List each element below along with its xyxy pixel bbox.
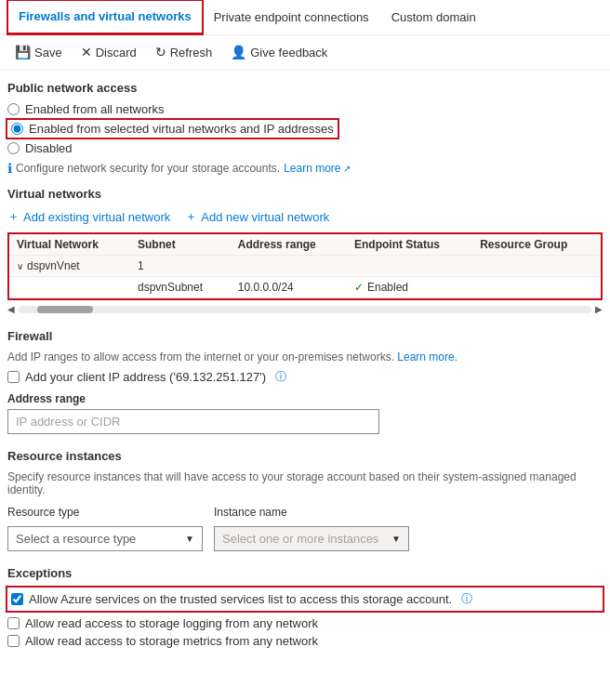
horizontal-scrollbar[interactable]: ◀ ▶: [7, 304, 603, 314]
tab-custom-domain[interactable]: Custom domain: [380, 1, 487, 33]
resource-type-label: Resource type: [7, 506, 203, 519]
toolbar: 💾 Save ✕ Discard ↻ Refresh 👤 Give feedba…: [0, 35, 610, 70]
info-circle-icon: ⓘ: [275, 369, 286, 385]
table-row[interactable]: dspvnSubnet 10.0.0.0/24 ✓ Enabled: [9, 277, 601, 298]
exception-metrics-checkbox[interactable]: Allow read access to storage metrics fro…: [7, 634, 603, 648]
refresh-icon: ↻: [155, 45, 166, 59]
exception-trusted-checkbox[interactable]: Allow Azure services on the trusted serv…: [7, 588, 603, 611]
network-info-row: ℹ Configure network security for your st…: [7, 161, 603, 176]
col-status: Endpoint Status: [347, 234, 472, 256]
feedback-button[interactable]: 👤 Give feedback: [223, 41, 335, 63]
col-vnet: Virtual Network: [9, 234, 130, 256]
resource-type-select[interactable]: Select a resource type ▼: [7, 526, 203, 551]
chevron-icon: ∨: [17, 261, 23, 271]
resource-instances-section: Resource instances Specify resource inst…: [7, 449, 603, 551]
tab-private-endpoint[interactable]: Private endpoint connections: [203, 1, 380, 33]
firewall-desc: Add IP ranges to allow access from the i…: [7, 350, 603, 363]
public-network-title: Public network access: [7, 81, 603, 95]
checkmark-icon: ✓: [354, 281, 364, 294]
address-range-input[interactable]: [7, 409, 379, 434]
firewall-title: Firewall: [7, 329, 603, 343]
add-new-vnet-button[interactable]: ＋ Add new virtual network: [185, 208, 329, 225]
col-address: Address range: [231, 234, 347, 256]
tab-bar: Firewalls and virtual networks Private e…: [0, 0, 610, 35]
vnet-table: Virtual Network Subnet Address range End…: [9, 234, 601, 298]
client-ip-checkbox[interactable]: Add your client IP address ('69.132.251.…: [7, 369, 603, 385]
address-range-label: Address range: [7, 392, 603, 405]
info-icon: ℹ: [7, 161, 12, 176]
firewall-learn-more-link[interactable]: Learn more.: [397, 350, 458, 363]
col-subnet: Subnet: [130, 234, 231, 256]
radio-disabled[interactable]: Disabled: [7, 141, 603, 155]
external-link-icon: ↗: [343, 164, 351, 174]
exception-logging-checkbox[interactable]: Allow read access to storage logging fro…: [7, 616, 603, 630]
info-circle-trusted-icon: ⓘ: [461, 591, 472, 607]
exceptions-section: Exceptions Allow Azure services on the t…: [7, 566, 603, 648]
col-rg: Resource Group: [472, 234, 601, 256]
resource-instances-title: Resource instances: [7, 449, 603, 463]
instance-name-label: Instance name: [214, 506, 409, 519]
address-range-field: Address range: [7, 392, 603, 434]
add-existing-vnet-button[interactable]: ＋ Add existing virtual network: [7, 208, 170, 225]
public-network-section: Public network access Enabled from all n…: [7, 81, 603, 176]
radio-selected-networks[interactable]: Enabled from selected virtual networks a…: [7, 120, 338, 138]
learn-more-link[interactable]: Learn more ↗: [284, 162, 350, 175]
discard-button[interactable]: ✕ Discard: [73, 41, 144, 63]
virtual-networks-title: Virtual networks: [7, 187, 603, 201]
chevron-down-icon-instance: ▼: [391, 534, 401, 544]
save-icon: 💾: [15, 45, 31, 59]
discard-icon: ✕: [81, 45, 92, 59]
feedback-icon: 👤: [231, 45, 246, 59]
table-row[interactable]: ∨dspvnVnet 1: [9, 256, 601, 277]
radio-all-networks[interactable]: Enabled from all networks: [7, 102, 603, 116]
instance-name-select[interactable]: Select one or more instances ▼: [214, 526, 409, 551]
virtual-networks-section: Virtual networks ＋ Add existing virtual …: [7, 187, 603, 314]
plus-icon-new: ＋: [185, 208, 197, 225]
tab-firewalls[interactable]: Firewalls and virtual networks: [7, 0, 203, 34]
refresh-button[interactable]: ↻ Refresh: [148, 41, 220, 63]
plus-icon: ＋: [7, 208, 20, 225]
chevron-down-icon: ▼: [185, 534, 194, 544]
firewall-section: Firewall Add IP ranges to allow access f…: [7, 329, 603, 434]
scroll-left-icon[interactable]: ◀: [7, 304, 15, 314]
exceptions-title: Exceptions: [7, 566, 603, 580]
resource-instances-desc: Specify resource instances that will hav…: [7, 470, 603, 496]
scroll-right-icon[interactable]: ▶: [595, 304, 603, 314]
save-button[interactable]: 💾 Save: [7, 41, 70, 63]
